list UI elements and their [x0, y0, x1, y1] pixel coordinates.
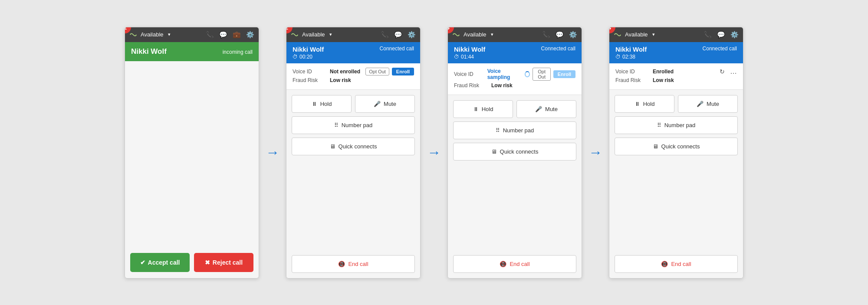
end-call-button-2[interactable]: 📵 End call [292, 255, 415, 273]
connected-label-2: Connected call [380, 46, 414, 52]
voice-id-row-2: Voice ID Not enrolled Opt Out Enroll [293, 68, 414, 75]
chat-icon-2[interactable]: 💬 [394, 31, 402, 39]
number-pad-button-4[interactable]: ⠿ Number pad [615, 116, 738, 134]
end-call-button-3[interactable]: 📵 End call [453, 255, 576, 273]
checkmark-icon: ✔ [140, 259, 145, 266]
fraud-row-3: Fraud Risk Low risk [454, 82, 575, 89]
briefcase-icon-1[interactable]: 💼 [233, 31, 241, 39]
header-2: Available ▾ 📞 💬 ⚙️ [286, 27, 420, 42]
header-icons-2: 📞 💬 ⚙️ [381, 31, 416, 39]
fraud-label-2: Fraud Risk [293, 77, 327, 83]
phone-icon-3[interactable]: 📞 [542, 31, 550, 39]
number-pad-button-3[interactable]: ⠿ Number pad [453, 121, 576, 139]
fraud-value-3: Low risk [491, 82, 513, 89]
panel-body-4: ⏸ Hold 🎤 Mute ⠿ Number pad 🖥 Quick conne… [609, 90, 743, 278]
fraud-row-2: Fraud Risk Low risk [293, 77, 414, 83]
quick-label-4: Quick connects [661, 143, 700, 150]
end-call-button-4[interactable]: 📵 End call [615, 255, 738, 273]
voice-section-3: Voice ID Voice sampling Opt Out Enroll F… [448, 63, 582, 95]
body-spacer-3 [453, 164, 576, 252]
quick-connects-button-4[interactable]: 🖥 Quick connects [615, 138, 738, 155]
logo-2 [291, 31, 299, 39]
end-call-icon-3: 📵 [500, 261, 506, 267]
chat-icon-4[interactable]: 💬 [717, 31, 725, 39]
reject-call-button[interactable]: ✖ Reject call [194, 253, 253, 272]
pause-icon-4: ⏸ [635, 101, 640, 107]
opt-out-button-3[interactable]: Opt Out [533, 68, 550, 81]
header-icons-4: 📞 💬 ⚙️ [704, 31, 739, 39]
numpad-icon-3: ⠿ [496, 127, 500, 134]
connected-label-4: Connected call [703, 46, 737, 52]
gear-icon-1[interactable]: ⚙️ [246, 31, 254, 39]
incoming-bar-1: Nikki Wolf incoming call [125, 42, 259, 61]
mute-button-4[interactable]: 🎤 Mute [678, 95, 738, 113]
fraud-label-3: Fraud Risk [454, 82, 489, 89]
voice-actions-2: Opt Out Enroll [365, 68, 414, 75]
voice-id-value-3: Voice sampling [487, 68, 521, 80]
accept-reject-row-1: ✔ Accept call ✖ Reject call [125, 247, 259, 278]
end-call-label-4: End call [671, 261, 691, 267]
connected-bar-4: Nikki Wolf Connected call ⏱ 02:38 [609, 42, 743, 63]
quick-connects-button-3[interactable]: 🖥 Quick connects [453, 143, 576, 161]
quick-icon-4: 🖥 [653, 143, 658, 150]
voice-actions-4: ↻ … [720, 68, 737, 75]
numpad-label-3: Number pad [503, 127, 534, 134]
fraud-label-4: Fraud Risk [615, 77, 650, 83]
caller-name-1: Nikki Wolf [131, 47, 167, 56]
phone-icon-1[interactable]: 📞 [206, 31, 214, 39]
gear-icon-2[interactable]: ⚙️ [408, 31, 416, 39]
chevron-icon-4[interactable]: ▾ [652, 32, 655, 37]
clock-icon-2: ⏱ [293, 54, 298, 60]
header-3: Available ▾ 📞 💬 ⚙️ [448, 27, 582, 42]
header-status-2: Available [302, 31, 325, 38]
chevron-icon-2[interactable]: ▾ [329, 32, 332, 37]
phone-icon-2[interactable]: 📞 [381, 31, 389, 39]
header-status-1: Available [141, 31, 164, 38]
chevron-icon-1[interactable]: ▾ [168, 32, 171, 37]
timer-value-3: 01:44 [461, 54, 474, 60]
connected-bar-3: Nikki Wolf Connected call ⏱ 01:44 [448, 42, 582, 63]
panel-body-3: ⏸ Hold 🎤 Mute ⠿ Number pad 🖥 Quick conne… [448, 95, 582, 278]
voice-section-2: Voice ID Not enrolled Opt Out Enroll Fra… [286, 63, 420, 90]
chevron-icon-3[interactable]: ▾ [491, 32, 493, 37]
hold-button-2[interactable]: ⏸ Hold [292, 95, 352, 113]
enroll-button-3[interactable]: Enroll [553, 70, 575, 78]
numpad-icon-4: ⠿ [657, 122, 661, 128]
chat-icon-3[interactable]: 💬 [556, 31, 564, 39]
number-pad-button-2[interactable]: ⠿ Number pad [292, 116, 415, 134]
stages-container: 1 Available ▾ 📞 💬 💼 ⚙️ Nikki Wolf incomi… [9, 27, 859, 279]
fraud-value-4: Low risk [653, 77, 674, 83]
hold-button-3[interactable]: ⏸ Hold [453, 100, 513, 118]
hold-mute-row-4: ⏸ Hold 🎤 Mute [615, 95, 738, 113]
mute-label-2: Mute [384, 101, 396, 107]
hold-mute-row-2: ⏸ Hold 🎤 Mute [292, 95, 415, 113]
x-icon: ✖ [205, 259, 210, 266]
numpad-label-2: Number pad [342, 122, 373, 128]
mute-icon-3: 🎤 [535, 106, 542, 112]
quick-label-3: Quick connects [500, 148, 539, 155]
logo-3 [452, 31, 460, 39]
opt-out-button-2[interactable]: Opt Out [365, 68, 389, 75]
quick-connects-button-2[interactable]: 🖥 Quick connects [292, 138, 415, 155]
refresh-icon-4[interactable]: ↻ [720, 68, 725, 75]
clock-icon-4: ⏱ [615, 54, 621, 60]
gear-icon-4[interactable]: ⚙️ [730, 31, 739, 39]
accept-call-button[interactable]: ✔ Accept call [130, 253, 190, 272]
voice-section-4: Voice ID Enrolled ↻ … Fraud Risk Low ris… [609, 63, 743, 90]
header-status-3: Available [464, 31, 487, 38]
voice-id-row-4: Voice ID Enrolled ↻ … [615, 68, 737, 75]
pause-icon-2: ⏸ [312, 101, 317, 107]
voice-id-value-2: Not enrolled [330, 69, 360, 75]
connected-bar-2: Nikki Wolf Connected call ⏱ 00:20 [286, 42, 420, 63]
connected-name-2: Nikki Wolf [293, 46, 324, 53]
gear-icon-3[interactable]: ⚙️ [569, 31, 577, 39]
chat-icon-1[interactable]: 💬 [219, 31, 227, 39]
enroll-button-2[interactable]: Enroll [392, 68, 414, 75]
phone-icon-4[interactable]: 📞 [704, 31, 712, 39]
header-4: Available ▾ 📞 💬 ⚙️ [609, 27, 743, 42]
more-icon-4[interactable]: … [730, 68, 737, 75]
hold-button-4[interactable]: ⏸ Hold [615, 95, 674, 113]
mute-button-2[interactable]: 🎤 Mute [355, 95, 415, 113]
voice-id-value-4: Enrolled [653, 69, 674, 75]
mute-button-3[interactable]: 🎤 Mute [516, 100, 576, 118]
